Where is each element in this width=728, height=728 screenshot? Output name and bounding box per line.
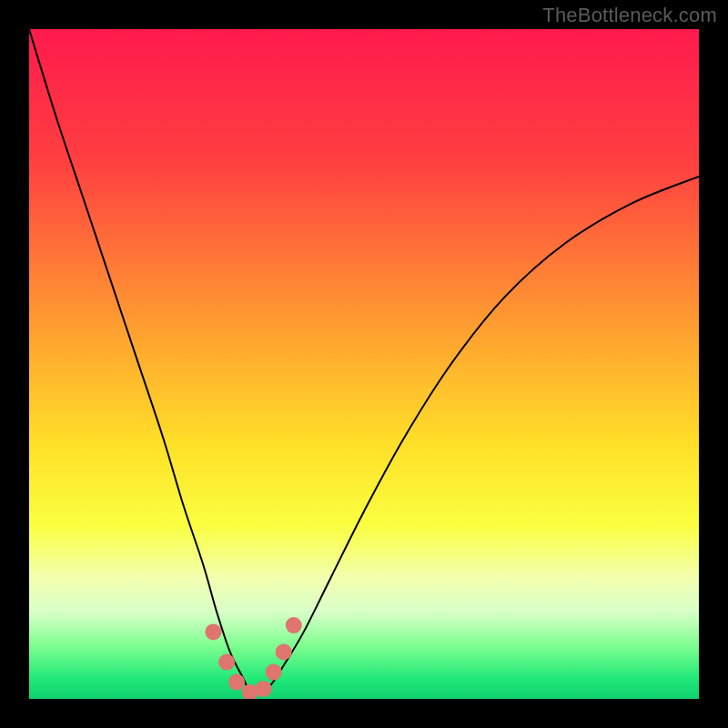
plot-area	[29, 29, 699, 699]
marker-dot	[228, 674, 245, 691]
marker-dot	[286, 617, 302, 633]
gradient-background	[29, 29, 699, 699]
marker-dot	[218, 654, 235, 671]
watermark-label: TheBottleneck.com	[542, 4, 717, 27]
chart-frame: TheBottleneck.com	[0, 0, 728, 728]
marker-dot	[205, 623, 221, 640]
plot-svg	[29, 29, 699, 699]
marker-dot	[256, 681, 272, 697]
marker-dot	[276, 643, 292, 660]
marker-dot	[266, 664, 282, 681]
